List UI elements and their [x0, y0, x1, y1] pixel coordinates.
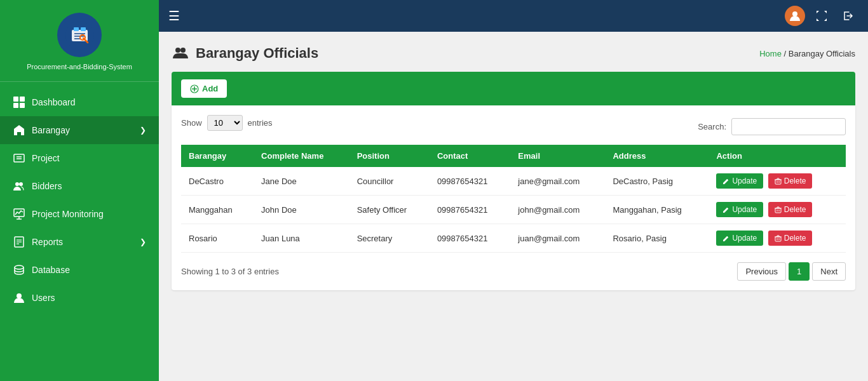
update-button[interactable]: Update	[716, 231, 763, 246]
cell-action: Update Delete	[709, 196, 846, 224]
cell-email: juan@gmail.com	[510, 224, 605, 253]
sidebar-item-project[interactable]: Project	[0, 144, 159, 172]
logout-icon[interactable]	[838, 6, 858, 26]
database-icon	[13, 264, 25, 276]
cell-position: Safety Officer	[349, 196, 430, 224]
cell-contact: 09987654321	[430, 224, 510, 253]
delete-button[interactable]: Delete	[768, 173, 813, 189]
svg-rect-33	[775, 180, 781, 184]
cell-position: Secretary	[349, 224, 430, 253]
svg-point-28	[180, 48, 186, 53]
reports-icon	[13, 236, 25, 248]
sidebar-item-database-label: Database	[32, 265, 70, 275]
breadcrumb: Home / Barangay Officials	[759, 49, 855, 58]
table-container: Show 10 25 50 100 entries Search:	[172, 105, 855, 290]
sidebar-item-users-label: Users	[32, 293, 55, 303]
svg-rect-3	[81, 27, 86, 31]
previous-button[interactable]: Previous	[737, 262, 786, 281]
cell-email: john@gmail.com	[510, 196, 605, 224]
svg-rect-10	[13, 103, 18, 108]
showing-text: Showing 1 to 3 of 3 entries	[181, 267, 279, 276]
cell-address: DeCastro, Pasig	[605, 167, 709, 196]
content-area: Barangay Officials Home / Barangay Offic…	[159, 32, 868, 381]
table-row: Manggahan John Doe Safety Officer 099876…	[181, 196, 846, 224]
svg-point-26	[792, 11, 797, 17]
sidebar-nav: Dashboard Barangay ❯ Project Bidders	[0, 82, 159, 381]
sidebar-item-dashboard-label: Dashboard	[32, 97, 76, 107]
pagination-area: Showing 1 to 3 of 3 entries Previous 1 N…	[181, 262, 846, 281]
sidebar-item-project-monitoring-label: Project Monitoring	[32, 209, 104, 219]
sidebar-item-database[interactable]: Database	[0, 256, 159, 284]
fullscreen-icon[interactable]	[811, 6, 832, 26]
sidebar-item-project-monitoring[interactable]: Project Monitoring	[0, 200, 159, 228]
bidders-icon	[13, 180, 25, 192]
delete-button[interactable]: Delete	[768, 231, 813, 246]
cell-complete-name: John Doe	[254, 196, 349, 224]
barangay-icon	[13, 124, 25, 137]
svg-rect-2	[74, 27, 79, 31]
col-address: Address	[605, 145, 709, 167]
col-contact: Contact	[430, 145, 510, 167]
add-button[interactable]: Add	[181, 79, 227, 98]
col-email: Email	[510, 145, 605, 167]
svg-point-24	[15, 265, 24, 269]
show-entries: Show 10 25 50 100 entries	[181, 115, 273, 131]
sidebar-item-dashboard[interactable]: Dashboard	[0, 88, 159, 116]
cell-contact: 09987654321	[430, 167, 510, 196]
cell-barangay: DeCastro	[181, 167, 254, 196]
page-title: Barangay Officials	[196, 45, 318, 62]
next-button[interactable]: Next	[812, 262, 846, 281]
sidebar-item-barangay-label: Barangay	[32, 125, 70, 135]
entries-select[interactable]: 10 25 50 100	[207, 115, 243, 131]
add-button-label: Add	[202, 84, 218, 93]
col-complete-name: Complete Name	[254, 145, 349, 167]
table-row: DeCastro Jane Doe Councillor 09987654321…	[181, 167, 846, 196]
svg-rect-12	[14, 154, 24, 162]
add-icon	[190, 84, 199, 93]
show-label: Show	[181, 118, 202, 128]
table-body: DeCastro Jane Doe Councillor 09987654321…	[181, 167, 846, 253]
project-icon	[13, 152, 25, 164]
cell-complete-name: Juan Luna	[254, 224, 349, 253]
sidebar: Procurement-and-Bidding-System Dashboard…	[0, 0, 159, 381]
hamburger-icon[interactable]: ☰	[168, 8, 180, 23]
cell-address: Manggahan, Pasig	[605, 196, 709, 224]
breadcrumb-separator: /	[784, 49, 789, 58]
main-area: ☰ Barangay Officials Home	[159, 0, 868, 381]
sidebar-item-bidders[interactable]: Bidders	[0, 172, 159, 200]
svg-point-27	[175, 48, 180, 53]
pagination-controls: Previous 1 Next	[737, 262, 846, 281]
sidebar-item-project-label: Project	[32, 153, 60, 163]
delete-button[interactable]: Delete	[768, 202, 813, 217]
cell-address: Rosario, Pasig	[605, 224, 709, 253]
barangay-arrow-icon: ❯	[140, 126, 146, 135]
breadcrumb-home-link[interactable]: Home	[759, 49, 782, 58]
page-title-icon	[172, 44, 189, 62]
svg-point-15	[15, 182, 19, 186]
page-1-button[interactable]: 1	[789, 262, 810, 281]
cell-action: Update Delete	[709, 224, 846, 253]
svg-rect-8	[13, 97, 18, 102]
update-button[interactable]: Update	[716, 173, 763, 189]
avatar[interactable]	[785, 6, 805, 26]
search-input[interactable]	[731, 118, 846, 135]
cell-barangay: Manggahan	[181, 196, 254, 224]
search-area: Search:	[698, 118, 846, 135]
sidebar-item-barangay[interactable]: Barangay ❯	[0, 116, 159, 144]
cell-contact: 09987654321	[430, 196, 510, 224]
cell-barangay: Rosario	[181, 224, 254, 253]
sidebar-item-users[interactable]: Users	[0, 284, 159, 312]
search-label: Search:	[698, 122, 726, 131]
svg-point-25	[17, 293, 22, 298]
sidebar-item-reports[interactable]: Reports ❯	[0, 228, 159, 256]
logo-circle	[57, 13, 102, 57]
sidebar-item-bidders-label: Bidders	[32, 181, 62, 191]
svg-rect-43	[775, 237, 781, 241]
cell-action: Update Delete	[709, 167, 846, 196]
cell-email: jane@gmail.com	[510, 167, 605, 196]
user-avatar	[785, 6, 805, 26]
update-button[interactable]: Update	[716, 202, 763, 217]
sidebar-item-reports-label: Reports	[32, 237, 63, 247]
svg-point-16	[19, 182, 23, 186]
svg-rect-38	[775, 208, 781, 213]
